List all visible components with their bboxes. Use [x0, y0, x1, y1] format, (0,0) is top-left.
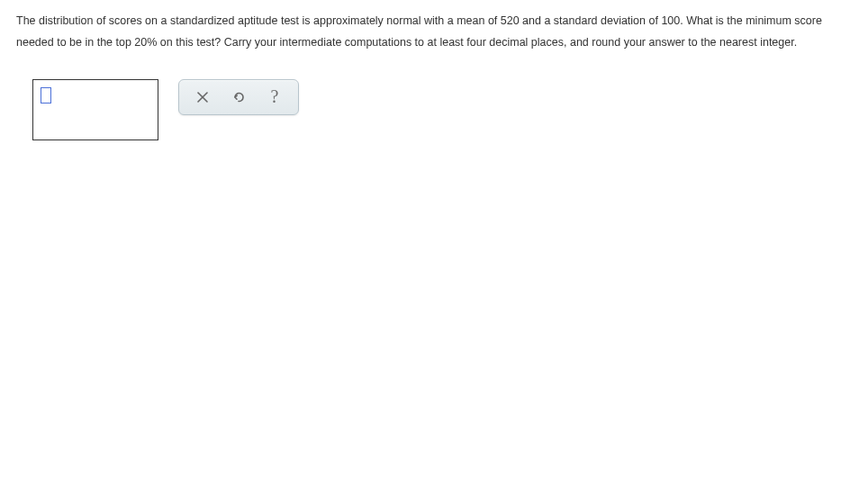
answer-input[interactable] — [41, 87, 51, 104]
undo-button[interactable] — [221, 84, 257, 111]
undo-icon — [231, 90, 246, 104]
question-text: The distribution of scores on a standard… — [16, 11, 843, 54]
x-icon — [196, 91, 209, 104]
help-button[interactable]: ? — [257, 84, 293, 111]
answer-box[interactable] — [32, 79, 158, 140]
toolbar: ? — [178, 79, 299, 115]
answer-row: ? — [32, 79, 843, 140]
help-icon: ? — [271, 86, 279, 107]
clear-button[interactable] — [185, 84, 221, 111]
